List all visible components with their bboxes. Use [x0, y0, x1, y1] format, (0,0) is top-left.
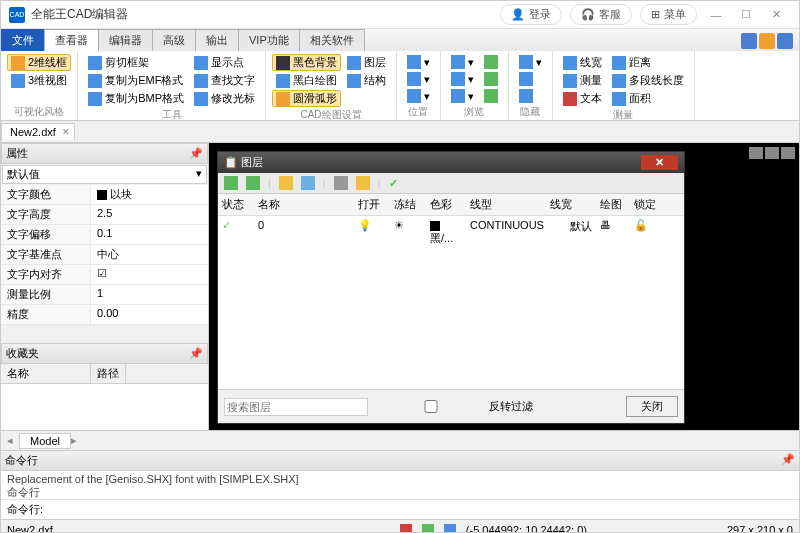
status-icon-2[interactable]	[422, 524, 434, 534]
layer-row[interactable]: ✓ 0 💡 ☀ 黑/... CONTINUOUS 默认 🖶 🔓	[218, 216, 684, 249]
tab-editor[interactable]: 编辑器	[98, 29, 153, 51]
info-icon[interactable]	[759, 33, 775, 49]
nav-6[interactable]	[480, 88, 502, 104]
doc-close-icon[interactable]: ✕	[62, 127, 70, 137]
hide-2[interactable]	[515, 71, 546, 87]
settings-icon[interactable]	[334, 176, 348, 190]
btn-lw[interactable]: 线宽	[559, 54, 606, 71]
drawing-canvas[interactable]: 📋 图层✕ | | | ✓ 状态 名称 打开 冻结 色彩	[209, 143, 799, 430]
btn-polylen[interactable]: 多段线长度	[608, 72, 688, 89]
freeze-icon[interactable]	[301, 176, 315, 190]
cmd-label: 命令行:	[7, 503, 43, 515]
cmd-title: 命令行	[5, 453, 38, 468]
nav-2[interactable]: ▾	[447, 71, 478, 87]
group-cad: CAD绘图设置	[272, 107, 390, 123]
document-tab[interactable]: New2.dxf✕	[1, 123, 75, 140]
btn-2d-wire[interactable]: 2维线框	[7, 54, 71, 71]
props-title: 属性	[6, 146, 28, 161]
btn-smooth[interactable]: 圆滑弧形	[272, 90, 341, 107]
btn-bmp[interactable]: 复制为BMP格式	[84, 90, 188, 107]
btn-find[interactable]: 查找文字	[190, 72, 259, 89]
support-button[interactable]: 🎧客服	[570, 4, 632, 25]
layer-dialog: 📋 图层✕ | | | ✓ 状态 名称 打开 冻结 色彩	[217, 151, 685, 424]
maximize-button[interactable]: ☐	[731, 5, 761, 25]
btn-measure[interactable]: 测量	[559, 72, 606, 89]
pos-3[interactable]: ▾	[403, 88, 434, 104]
fav-pin-icon[interactable]: 📌	[189, 347, 203, 360]
model-tab[interactable]: Model	[19, 433, 71, 449]
tab-viewer[interactable]: 查看器	[44, 29, 99, 51]
btn-blackbg[interactable]: 黑色背景	[272, 54, 341, 71]
status-dims: 297 x 210 x 0	[727, 524, 793, 534]
btn-cursor[interactable]: 修改光标	[190, 90, 259, 107]
dlg-close-btn[interactable]: 关闭	[626, 396, 678, 417]
bulb-icon[interactable]	[356, 176, 370, 190]
mdi-max-icon[interactable]	[765, 147, 779, 159]
tab-advanced[interactable]: 高级	[152, 29, 196, 51]
nav-5[interactable]	[480, 71, 502, 87]
status-coords: (-5.044992; 10.24442; 0)	[466, 524, 587, 534]
group-tools: 工具	[84, 107, 259, 123]
props-combo[interactable]: 默认值▾	[2, 165, 207, 184]
tab-file[interactable]: 文件	[1, 29, 45, 51]
close-button[interactable]: ✕	[761, 5, 791, 25]
btn-struct[interactable]: 结构	[343, 72, 390, 89]
hide-1[interactable]: ▾	[515, 54, 546, 70]
style-icon[interactable]	[741, 33, 757, 49]
invert-filter-checkbox[interactable]: 反转过滤	[376, 399, 533, 414]
btn-bw[interactable]: 黑白绘图	[272, 72, 341, 89]
mdi-close-icon[interactable]	[781, 147, 795, 159]
check-icon[interactable]: ✓	[389, 177, 398, 190]
status-icon-3[interactable]	[444, 524, 456, 534]
layer-search-input[interactable]	[224, 398, 368, 416]
new-layer2-icon[interactable]	[246, 176, 260, 190]
login-button[interactable]: 👤登录	[500, 4, 562, 25]
help-icon[interactable]	[777, 33, 793, 49]
btn-clip[interactable]: 剪切框架	[84, 54, 188, 71]
status-file: New2.dxf	[7, 524, 53, 534]
minimize-button[interactable]: —	[701, 5, 731, 25]
sun-icon[interactable]	[279, 176, 293, 190]
pos-2[interactable]: ▾	[403, 71, 434, 87]
nav-4[interactable]	[480, 54, 502, 70]
pin-icon[interactable]: 📌	[189, 147, 203, 160]
app-logo: CAD	[9, 7, 25, 23]
btn-dist[interactable]: 距离	[608, 54, 688, 71]
fav-title: 收藏夹	[6, 346, 39, 361]
group-visual: 可视化风格	[7, 104, 71, 120]
tab-related[interactable]: 相关软件	[299, 29, 365, 51]
btn-emf[interactable]: 复制为EMF格式	[84, 72, 188, 89]
pos-1[interactable]: ▾	[403, 54, 434, 70]
new-layer-icon[interactable]	[224, 176, 238, 190]
btn-layer[interactable]: 图层	[343, 54, 390, 71]
cmd-output: Replacement of the [Geniso.SHX] font wit…	[1, 471, 799, 499]
mdi-min-icon[interactable]	[749, 147, 763, 159]
tab-scroll-left[interactable]: ◂	[7, 434, 13, 447]
hide-3[interactable]	[515, 88, 546, 104]
props-table: 文字颜色以块 文字高度2.5 文字偏移0.1 文字基准点中心 文字内对齐☑ 测量…	[1, 185, 208, 325]
dlg-close-button[interactable]: ✕	[641, 155, 678, 170]
menu-button[interactable]: ⊞菜单	[640, 4, 697, 25]
cmd-pin-icon[interactable]: 📌	[781, 453, 795, 468]
btn-area[interactable]: 面积	[608, 90, 688, 107]
btn-3d-view[interactable]: 3维视图	[7, 72, 71, 89]
status-icon-1[interactable]	[400, 524, 412, 534]
nav-1[interactable]: ▾	[447, 54, 478, 70]
app-title: 全能王CAD编辑器	[31, 6, 128, 23]
btn-text[interactable]: 文本	[559, 90, 606, 107]
tab-vip[interactable]: VIP功能	[238, 29, 300, 51]
dlg-title: 图层	[241, 155, 263, 170]
tab-output[interactable]: 输出	[195, 29, 239, 51]
nav-3[interactable]: ▾	[447, 88, 478, 104]
tab-scroll-right[interactable]: ▸	[71, 434, 77, 447]
btn-points[interactable]: 显示点	[190, 54, 259, 71]
